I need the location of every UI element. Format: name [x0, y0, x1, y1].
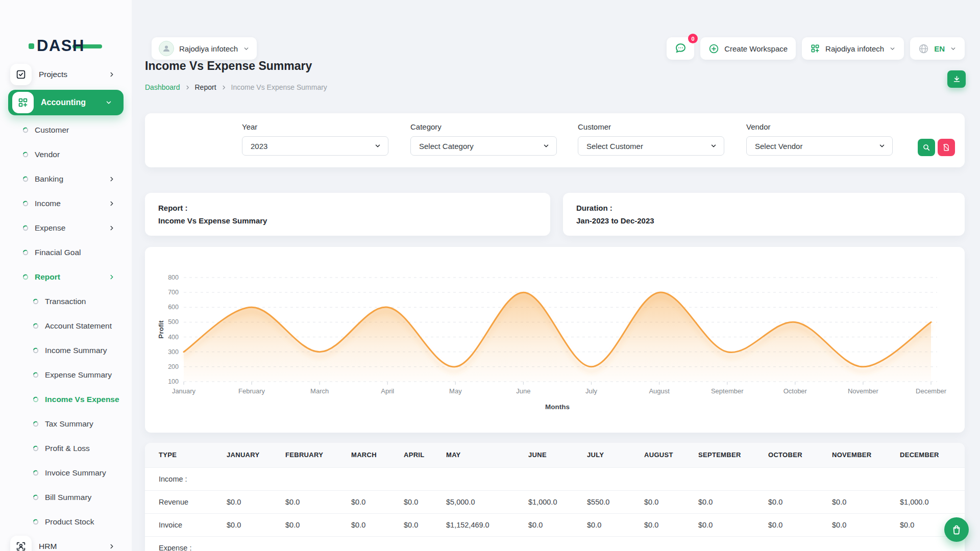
messages-badge: 0 [688, 34, 698, 43]
chevron-right-icon [108, 224, 115, 232]
sidebar-item-label: Product Stock [45, 517, 94, 527]
file-slash-icon [942, 143, 950, 152]
messages-button[interactable]: 0 [667, 37, 694, 60]
customer-select[interactable]: Select Customer [578, 136, 724, 156]
chevron-down-icon [543, 142, 550, 149]
hrm-icon [10, 536, 32, 551]
sidebar-item-income[interactable]: Income [0, 191, 132, 216]
sidebar-item-report[interactable]: Report [0, 265, 132, 289]
table-header-cell: JUNE [525, 443, 584, 467]
svg-text:October: October [783, 387, 807, 395]
customer-filter: Customer Select Customer [578, 122, 724, 156]
table-row-label: Invoice [145, 513, 224, 536]
sidebar-item-hrm[interactable]: HRM [0, 534, 132, 551]
bullet-ring-icon [22, 201, 29, 207]
table-cell: $0.0 [829, 490, 897, 513]
sidebar-item-banking[interactable]: Banking [0, 167, 132, 191]
table-cell: $0.0 [401, 490, 443, 513]
bullet-ring-icon [33, 470, 39, 476]
breadcrumb-dashboard[interactable]: Dashboard [145, 83, 180, 91]
topbar-actions: 0 Create Workspace Rajodiya infotech EN [667, 37, 965, 60]
sidebar-item-bill-summary[interactable]: Bill Summary [0, 485, 132, 510]
chevron-right-icon [108, 71, 115, 78]
sidebar-item-product-stock[interactable]: Product Stock [0, 510, 132, 534]
chevron-right-icon [108, 176, 115, 183]
bullet-ring-icon [33, 421, 39, 427]
sidebar-item-label: Income Vs Expense [45, 395, 119, 404]
chevron-right-icon [108, 200, 115, 207]
company-selector[interactable]: Rajodiya infotech [802, 37, 904, 60]
brand-logo[interactable]: DASH [29, 37, 102, 55]
sidebar-item-accounting[interactable]: Accounting [8, 90, 124, 115]
summary-table: TYPEJANUARYFEBRUARYMARCHAPRILMAYJUNEJULY… [145, 443, 965, 551]
download-icon [952, 75, 961, 84]
year-select-value: 2023 [251, 142, 267, 151]
svg-text:500: 500 [168, 318, 179, 325]
sidebar-item-tax-summary[interactable]: Tax Summary [0, 412, 132, 436]
bullet-ring-icon [33, 298, 39, 305]
sidebar-item-label: HRM [39, 542, 57, 551]
bullet-ring-icon [22, 127, 29, 133]
table-header-cell: AUGUST [641, 443, 695, 467]
store-fab-button[interactable] [944, 517, 969, 542]
svg-text:September: September [711, 387, 744, 395]
chevron-right-icon [108, 543, 115, 550]
table-cell: $0.0 [641, 513, 695, 536]
category-select-value: Select Category [419, 142, 474, 151]
apply-filter-button[interactable] [918, 139, 935, 156]
customer-label: Customer [578, 122, 724, 131]
table-header-cell: DECEMBER [897, 443, 965, 467]
sidebar-item-profit-loss[interactable]: Profit & Loss [0, 436, 132, 461]
table-cell: $0.0 [224, 490, 282, 513]
sidebar-item-vendor[interactable]: Vendor [0, 142, 132, 167]
chevron-down-icon [374, 142, 381, 149]
table-header-cell: NOVEMBER [829, 443, 897, 467]
company-selector-label: Rajodiya infotech [825, 44, 884, 53]
table-row-label: Revenue [145, 490, 224, 513]
svg-text:800: 800 [168, 274, 179, 281]
category-select[interactable]: Select Category [410, 136, 557, 156]
sidebar-item-account-statement[interactable]: Account Statement [0, 314, 132, 338]
table-cell: $0.0 [282, 490, 348, 513]
download-button[interactable] [947, 70, 966, 88]
sidebar-item-transaction[interactable]: Transaction [0, 289, 132, 314]
chevron-right-icon [108, 273, 115, 281]
language-selector[interactable]: EN [910, 37, 965, 60]
sidebar: DASH ProjectsAccountingCustomerVendorBan… [0, 0, 132, 551]
chevron-down-icon [105, 99, 112, 106]
vendor-select[interactable]: Select Vendor [746, 136, 893, 156]
table-cell: $0.0 [695, 513, 765, 536]
sidebar-item-label: Report [35, 272, 60, 282]
sidebar-item-income-summary[interactable]: Income Summary [0, 338, 132, 363]
sidebar-item-label: Income [35, 199, 61, 208]
create-workspace-button[interactable]: Create Workspace [700, 37, 796, 60]
year-select[interactable]: 2023 [242, 136, 388, 156]
reset-filter-button[interactable] [938, 139, 955, 156]
sidebar-item-invoice-summary[interactable]: Invoice Summary [0, 461, 132, 485]
svg-text:700: 700 [168, 289, 179, 296]
svg-text:March: March [310, 387, 329, 395]
svg-text:300: 300 [168, 348, 179, 356]
sidebar-item-customer[interactable]: Customer [0, 118, 132, 142]
breadcrumb-report[interactable]: Report [195, 83, 216, 91]
sidebar-item-income-vs-expense[interactable]: Income Vs Expense [0, 387, 132, 412]
sidebar-item-label: Transaction [45, 297, 86, 306]
sidebar-item-label: Bill Summary [45, 493, 91, 502]
sidebar-item-expense[interactable]: Expense [0, 216, 132, 240]
table-cell: $0.0 [348, 513, 401, 536]
sidebar-item-projects[interactable]: Projects [0, 62, 132, 87]
table-section-row: Income : [145, 467, 965, 490]
sidebar-item-label: Tax Summary [45, 419, 93, 429]
chevron-down-icon [243, 45, 250, 52]
sidebar-item-finacial-goal[interactable]: Finacial Goal [0, 240, 132, 265]
workspace-selector[interactable]: Rajodiya infotech [152, 37, 257, 60]
report-label: Report : [158, 202, 537, 214]
bullet-ring-icon [22, 176, 29, 182]
sidebar-item-label: Accounting [41, 98, 86, 107]
table-section-label: Expense : [145, 536, 965, 551]
table-row: Revenue$0.0$0.0$0.0$0.0$5,000.0$1,000.0$… [145, 490, 965, 513]
sidebar-item-expense-summary[interactable]: Expense Summary [0, 363, 132, 387]
table-cell: $1,000.0 [525, 490, 584, 513]
svg-text:April: April [381, 387, 394, 395]
table-cell: $0.0 [525, 513, 584, 536]
